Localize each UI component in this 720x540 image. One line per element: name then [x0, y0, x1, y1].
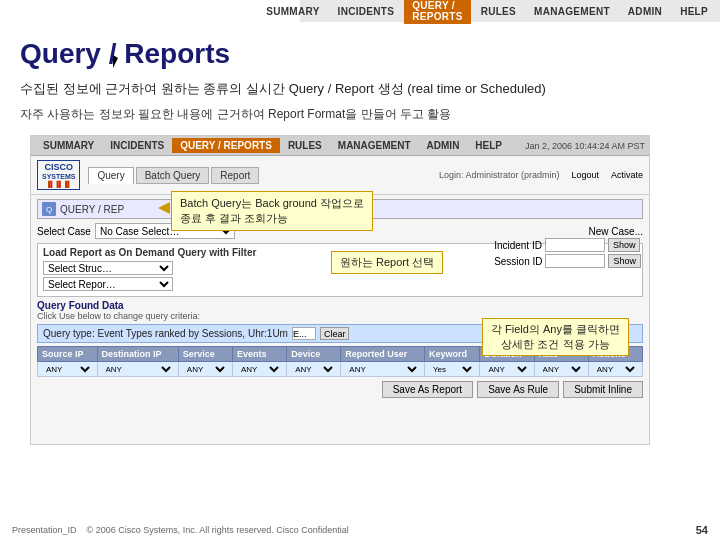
- nav-item-help[interactable]: HELP: [672, 4, 716, 19]
- cell-reported-user[interactable]: ANY: [341, 362, 425, 377]
- nav-item-incidents[interactable]: INCIDENTS: [330, 4, 403, 19]
- activate-link[interactable]: Activate: [611, 170, 643, 180]
- select-report-row: Select Repor…: [43, 277, 637, 291]
- inner-nav-incidents[interactable]: INCIDENTS: [102, 138, 172, 153]
- cell-keyword[interactable]: Yes: [425, 362, 480, 377]
- batch-callout: Batch Query는 Back ground 작업으로종료 후 결과 조회가…: [171, 191, 373, 231]
- footer-page-number: 54: [696, 524, 708, 536]
- presentation-id: Presentation_ID: [12, 525, 77, 535]
- report-callout-text: 원하는 Report 선택: [340, 256, 434, 268]
- save-as-rule-btn[interactable]: Save As Rule: [477, 381, 559, 398]
- login-info: Login: Administrator (pradmin): [439, 170, 560, 180]
- inner-nav-management[interactable]: MANAGEMENT: [330, 138, 419, 153]
- field-callout: 각 Field의 Any를 클릭하면상세한 조건 적용 가능: [482, 318, 629, 356]
- korean-subtitle-1: 수집된 정보에 근거하여 원하는 종류의 실시간 Query / Report …: [20, 80, 700, 98]
- logout-link[interactable]: Logout: [571, 170, 599, 180]
- rate-select[interactable]: ANY: [539, 363, 584, 375]
- col-service: Service: [178, 347, 232, 362]
- tab-query[interactable]: Query: [88, 167, 133, 184]
- nav-item-admin[interactable]: ADMIN: [620, 4, 670, 19]
- clear-button[interactable]: Clear: [320, 327, 350, 340]
- nav-item-query-reports[interactable]: QUERY / REPORTS: [404, 0, 470, 24]
- select-case-label: Select Case: [37, 226, 91, 237]
- cell-duration[interactable]: ANY: [480, 362, 534, 377]
- page-title: Query / Reports: [20, 38, 700, 70]
- qfd-title: Query Found Data: [37, 300, 643, 311]
- nav-item-rules[interactable]: RULES: [473, 4, 524, 19]
- cell-events[interactable]: ANY: [232, 362, 286, 377]
- tab-batch-query[interactable]: Batch Query: [136, 167, 210, 184]
- footer-left: Presentation_ID © 2006 Cisco Systems, In…: [12, 525, 349, 535]
- dest-ip-select[interactable]: ANY: [102, 363, 174, 375]
- cell-device[interactable]: ANY: [287, 362, 341, 377]
- inner-nav-summary[interactable]: SUMMARY: [35, 138, 102, 153]
- cell-dest-ip[interactable]: ANY: [97, 362, 178, 377]
- tab-report[interactable]: Report: [211, 167, 259, 184]
- side-fields: Incident ID Show Session ID Show: [494, 238, 641, 268]
- incident-id-label: Incident ID: [494, 240, 542, 251]
- query-rep-icon: Q: [42, 202, 56, 216]
- inner-top-nav: SUMMARY INCIDENTS QUERY / REPORTS RULES …: [31, 136, 649, 156]
- cisco-text: CISCO: [44, 163, 73, 173]
- incident-id-input[interactable]: [545, 238, 605, 252]
- reported-user-select[interactable]: ANY: [345, 363, 420, 375]
- inner-nav-query-reports[interactable]: QUERY / REPORTS: [172, 138, 280, 153]
- source-ip-select[interactable]: ANY: [42, 363, 93, 375]
- col-keyword: Keyword: [425, 347, 480, 362]
- report-callout: 원하는 Report 선택: [331, 251, 443, 274]
- nav-item-management[interactable]: MANAGEMENT: [526, 4, 618, 19]
- cisco-tab-bar: Query Batch Query Report: [88, 167, 259, 184]
- cell-actions[interactable]: ANY: [588, 362, 642, 377]
- batch-callout-text: Batch Query는 Back ground 작업으로종료 후 결과 조회가…: [180, 197, 364, 224]
- main-content: Query / Reports 수집된 정보에 근거하여 원하는 종류의 실시간…: [0, 22, 720, 540]
- query-type-input[interactable]: [292, 327, 316, 340]
- nav-item-summary[interactable]: SUMMARY: [258, 4, 327, 19]
- select-struc-dropdown[interactable]: Select Struc…: [43, 261, 173, 275]
- new-case-btn[interactable]: New Case...: [589, 226, 643, 237]
- cisco-area: CISCO SYSTEMS ▐▌▐▌▐▌ Query Batch Query R…: [31, 156, 649, 195]
- select-report-dropdown[interactable]: Select Repor…: [43, 277, 173, 291]
- callout-arrow: [158, 202, 170, 214]
- bottom-buttons: Save As Report Save As Rule Submit Inlin…: [37, 381, 643, 398]
- footer: Presentation_ID © 2006 Cisco Systems, In…: [0, 524, 720, 536]
- table-row: ANY ANY ANY ANY ANY ANY: [38, 362, 643, 377]
- inner-nav-admin[interactable]: ADMIN: [419, 138, 468, 153]
- cisco-logo: CISCO SYSTEMS ▐▌▐▌▐▌: [37, 160, 80, 190]
- query-rep-label: QUERY / REP: [60, 204, 124, 215]
- inner-panel: SUMMARY INCIDENTS QUERY / REPORTS RULES …: [30, 135, 650, 445]
- session-id-show-btn[interactable]: Show: [608, 254, 641, 268]
- inner-nav-left: SUMMARY INCIDENTS QUERY / REPORTS RULES …: [35, 138, 510, 153]
- session-id-label: Session ID: [494, 256, 542, 267]
- col-events: Events: [232, 347, 286, 362]
- save-as-report-btn[interactable]: Save As Report: [382, 381, 473, 398]
- inner-nav-timestamp: Jan 2, 2006 10:44:24 AM PST: [525, 141, 645, 151]
- cell-source-ip[interactable]: ANY: [38, 362, 98, 377]
- footer-copyright: © 2006 Cisco Systems, Inc. All rights re…: [87, 525, 349, 535]
- service-select[interactable]: ANY: [183, 363, 228, 375]
- inner-nav-help[interactable]: HELP: [467, 138, 510, 153]
- session-id-row: Session ID Show: [494, 254, 641, 268]
- inner-nav-rules[interactable]: RULES: [280, 138, 330, 153]
- col-device: Device: [287, 347, 341, 362]
- field-callout-text: 각 Field의 Any를 클릭하면상세한 조건 적용 가능: [491, 323, 620, 350]
- actions-select[interactable]: ANY: [593, 363, 638, 375]
- korean-subtitle-2: 자주 사용하는 정보와 필요한 내용에 근거하여 Report Format을 …: [20, 106, 700, 123]
- cell-service[interactable]: ANY: [178, 362, 232, 377]
- query-type-label: Query type: Event Types ranked by Sessio…: [43, 328, 288, 339]
- keyword-select[interactable]: Yes: [429, 363, 475, 375]
- col-source-ip: Source IP: [38, 347, 98, 362]
- col-reported-user: Reported User: [341, 347, 425, 362]
- systems-text: SYSTEMS: [42, 173, 75, 181]
- events-select[interactable]: ANY: [237, 363, 282, 375]
- device-select[interactable]: ANY: [291, 363, 336, 375]
- col-dest-ip: Destination IP: [97, 347, 178, 362]
- duration-select[interactable]: ANY: [484, 363, 529, 375]
- session-id-input[interactable]: [545, 254, 605, 268]
- top-nav: SUMMARY INCIDENTS QUERY / REPORTS RULES …: [300, 0, 720, 22]
- cell-rate[interactable]: ANY: [534, 362, 588, 377]
- incident-id-show-btn[interactable]: Show: [608, 238, 641, 252]
- incident-id-row: Incident ID Show: [494, 238, 641, 252]
- cisco-tagline: ▐▌▐▌▐▌: [46, 181, 72, 188]
- submit-inline-btn[interactable]: Submit Inline: [563, 381, 643, 398]
